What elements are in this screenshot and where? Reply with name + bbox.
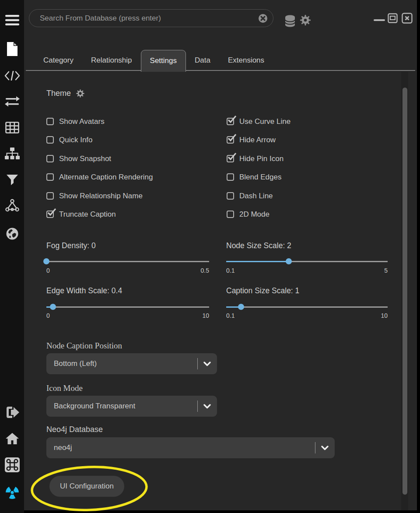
sidebar (0, 0, 24, 513)
app-window: Category Relationship Settings Data Exte… (0, 0, 420, 513)
checkbox-show-relationship-name[interactable]: Show Relationship Name (46, 191, 143, 200)
checkbox-use-curve-line[interactable]: Use Curve Line (227, 117, 290, 126)
checkbox-box (227, 136, 234, 144)
neo4j-database-select[interactable]: neo4j (46, 437, 335, 458)
home-icon[interactable] (4, 430, 21, 447)
tab-bar: Category Relationship Settings Data Exte… (35, 50, 273, 70)
icon-mode-select[interactable]: Background Transparent (46, 396, 217, 417)
checkbox-blend-edges[interactable]: Blend Edges (227, 172, 281, 182)
database-icon[interactable] (284, 14, 296, 28)
slider-min-label: 0.1 (226, 312, 234, 319)
node-caption-position-select[interactable]: Bottom (Left) (46, 353, 217, 374)
tab-data[interactable]: Data (186, 50, 219, 70)
checkbox-box (227, 155, 234, 162)
table-icon[interactable] (4, 119, 21, 136)
slider-min-label: 0 (46, 312, 50, 319)
tab-relationship[interactable]: Relationship (82, 50, 141, 70)
neo4j-database-label: Neo4j Database (46, 425, 103, 434)
chevron-down-icon (321, 446, 329, 450)
filter-icon[interactable] (4, 171, 21, 189)
slider-max-label: 5 (357, 267, 388, 274)
slider-max-label: 0.5 (178, 267, 209, 274)
ui-configuration-button[interactable]: UI Configuration (49, 476, 124, 497)
checkbox-box (46, 155, 54, 162)
file-icon[interactable] (4, 40, 21, 58)
close-button[interactable] (402, 13, 413, 24)
slider-min-label: 0 (46, 267, 50, 274)
sitemap-icon[interactable] (4, 145, 21, 162)
checkbox-box (227, 192, 234, 200)
caption-size-scale-label: Caption Size Scale: 1 (226, 286, 299, 295)
checkbox-box (46, 136, 54, 144)
caption-size-scale-slider[interactable] (226, 304, 388, 310)
checkbox-box (46, 173, 54, 181)
icon-mode-label: Icon Mode (46, 383, 83, 393)
checkbox-box (46, 211, 54, 218)
gear-icon[interactable] (299, 14, 312, 26)
slider-thumb[interactable] (238, 304, 244, 310)
edge-width-scale-slider[interactable] (46, 304, 209, 310)
checkbox-box (227, 211, 234, 218)
minimize-button[interactable] (374, 19, 385, 21)
checkbox-hide-arrow[interactable]: Hide Arrow (227, 135, 276, 144)
slider-thumb[interactable] (43, 258, 49, 264)
checkbox-truncate-caption[interactable]: Truncate Caption (46, 210, 116, 219)
slider-thumb[interactable] (50, 304, 56, 310)
checkbox-dash-line[interactable]: Dash Line (227, 191, 273, 200)
scrollbar-thumb[interactable] (402, 88, 407, 495)
node-size-scale-label: Node Size Scale: 2 (226, 241, 291, 250)
menu-icon[interactable] (4, 11, 21, 29)
tab-settings[interactable]: Settings (141, 50, 186, 72)
globe-icon[interactable] (4, 225, 21, 242)
slider-track[interactable] (46, 306, 209, 308)
checkbox-2d-mode[interactable]: 2D Mode (227, 210, 270, 219)
checkbox-box (227, 118, 234, 125)
node-caption-position-label: Node Caption Position (46, 341, 122, 351)
checkbox-label: Hide Arrow (239, 136, 276, 144)
theme-gear-icon[interactable] (76, 89, 85, 98)
checkbox-box (227, 173, 234, 181)
select-value: neo4j (46, 443, 315, 452)
tab-category[interactable]: Category (35, 50, 82, 70)
select-value: Bottom (Left) (46, 359, 197, 368)
command-icon[interactable] (4, 456, 21, 474)
fan-icon[interactable] (4, 484, 21, 501)
checkbox-label: Quick Info (59, 136, 93, 144)
code-icon[interactable] (4, 67, 21, 84)
chevron-down-icon (203, 404, 211, 409)
checkbox-label: 2D Mode (239, 210, 270, 219)
tab-extensions[interactable]: Extensions (219, 50, 273, 70)
checkbox-label: Use Curve Line (239, 117, 290, 126)
checkbox-label: Hide Pin Icon (239, 155, 284, 163)
chevron-down-icon (203, 362, 211, 366)
slider-track[interactable] (226, 306, 388, 308)
maximize-button[interactable] (388, 13, 398, 23)
search-bar (29, 9, 273, 27)
clear-search-icon[interactable] (258, 14, 268, 23)
checkbox-label: Show Relationship Name (59, 192, 143, 200)
slider-track[interactable] (46, 261, 209, 262)
node-size-scale-slider[interactable] (226, 258, 388, 264)
fog-density-slider[interactable] (46, 258, 209, 264)
checkbox-box (46, 118, 54, 125)
slider-max-label: 10 (178, 312, 209, 319)
fog-density-label: Fog Density: 0 (46, 241, 96, 250)
checkbox-hide-pin-icon[interactable]: Hide Pin Icon (227, 154, 284, 163)
checkbox-show-avatars[interactable]: Show Avatars (46, 117, 105, 126)
sign-out-icon[interactable] (4, 404, 21, 421)
checkbox-label: Blend Edges (239, 173, 281, 182)
slider-thumb[interactable] (286, 258, 292, 264)
checkbox-quick-info[interactable]: Quick Info (46, 135, 93, 144)
swap-arrows-icon[interactable] (4, 93, 21, 110)
search-input[interactable] (29, 14, 258, 23)
checkbox-label: Truncate Caption (59, 210, 116, 219)
checkbox-alternate-caption-rendering[interactable]: Alternate Caption Rendering (46, 172, 153, 182)
checkbox-label: Alternate Caption Rendering (59, 173, 153, 182)
checkbox-label: Dash Line (239, 192, 273, 200)
select-divider (197, 358, 198, 369)
checkbox-show-snapshot[interactable]: Show Snapshot (46, 154, 111, 163)
checkbox-label: Show Avatars (59, 117, 105, 126)
network-icon[interactable] (4, 197, 21, 214)
checkbox-box (46, 192, 54, 200)
settings-panel: Category Relationship Settings Data Exte… (24, 0, 417, 510)
